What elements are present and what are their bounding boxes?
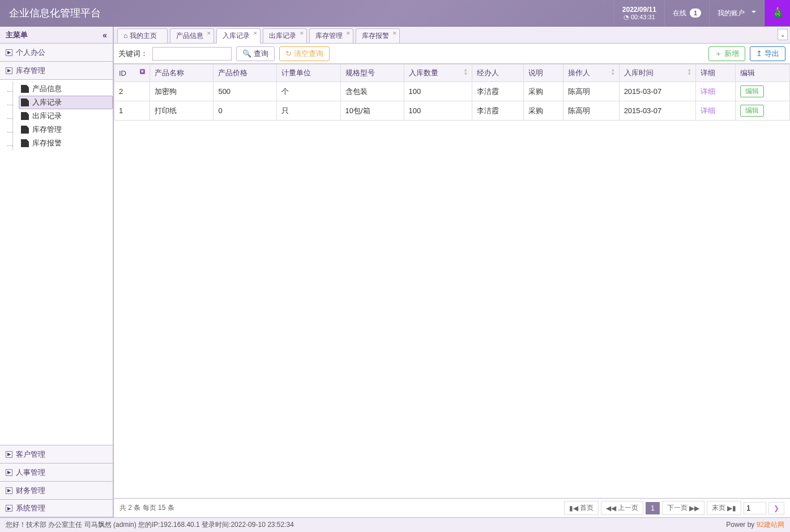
- tabs-overflow-button[interactable]: ⌄: [778, 29, 788, 40]
- caret-icon: ▶: [6, 505, 12, 512]
- col-note: 说明: [523, 65, 563, 82]
- main-area: 我的主页产品信息✕入库记录✕出库记录✕库存管理✕库存报警✕ ⌄ 关键词： 🔍查询…: [113, 27, 790, 517]
- edit-button[interactable]: 编辑: [740, 85, 764, 97]
- caret-icon: ▶: [6, 469, 12, 476]
- sort-icon: ▾: [140, 69, 145, 74]
- export-icon: ↥: [756, 49, 762, 58]
- sidebar-tree: 产品信息入库记录出库记录库存管理库存报警: [0, 80, 113, 445]
- pager-first[interactable]: ▮◀首页: [564, 501, 599, 515]
- caret-icon: ▶: [6, 487, 12, 494]
- caret-icon: ▶: [6, 49, 12, 56]
- file-icon: [21, 112, 29, 120]
- tab[interactable]: 库存报警✕: [356, 28, 400, 43]
- col-id[interactable]: ID▾: [114, 65, 150, 82]
- caret-icon: ▶: [6, 451, 12, 458]
- app-title: 企业信息化管理平台: [0, 6, 614, 20]
- col-unit: 计量单位: [277, 65, 340, 82]
- add-button[interactable]: ＋新增: [708, 46, 745, 61]
- pager-prev[interactable]: ◀◀上一页: [601, 501, 643, 515]
- sidebar-group[interactable]: ▶财务管理: [0, 481, 113, 499]
- toolbar: 关键词： 🔍查询 ↻清空查询 ＋新增 ↥导出: [114, 44, 790, 64]
- data-table: ID▾产品名称产品价格计量单位规格型号入库数量▴▾经办人说明操作人▴▾入库时间▴…: [114, 64, 790, 121]
- close-icon[interactable]: ✕: [253, 31, 258, 36]
- sort-icon: ▴▾: [688, 68, 691, 76]
- keyword-input[interactable]: [152, 47, 232, 61]
- last-icon: ▶▮: [727, 504, 736, 512]
- pager-last[interactable]: 末页▶▮: [707, 501, 741, 515]
- tab[interactable]: 入库记录✕: [216, 28, 261, 44]
- refresh-icon: ↻: [285, 49, 292, 58]
- collapse-icon[interactable]: «: [103, 31, 107, 40]
- online-badge: 1: [690, 8, 701, 18]
- sidebar-item[interactable]: 库存管理: [19, 123, 113, 136]
- detail-link[interactable]: 详细: [701, 106, 715, 115]
- sidebar-item[interactable]: 出库记录: [19, 109, 113, 123]
- footer: 您好！技术部 办公室主任 司马飘然 (admin) 您的IP:192.168.4…: [0, 517, 790, 532]
- close-icon[interactable]: ✕: [300, 31, 304, 36]
- pager-go[interactable]: ❯: [768, 502, 784, 514]
- header-right: 2022/09/11 ◔ 00:43:31 在线 1 我的账户 🎄: [614, 0, 790, 26]
- power-link[interactable]: 92建站网: [757, 521, 784, 529]
- tab[interactable]: 库存管理✕: [309, 28, 353, 43]
- first-icon: ▮◀: [569, 504, 578, 512]
- close-icon[interactable]: ✕: [207, 31, 211, 36]
- pager-goto-input[interactable]: [744, 502, 766, 514]
- file-icon: [21, 85, 29, 93]
- table-row: 2加密狗500个含包装100李洁霞采购陈高明2015-03-07详细编辑: [114, 82, 790, 101]
- tab[interactable]: 产品信息✕: [170, 28, 214, 43]
- keyword-label: 关键词：: [118, 49, 148, 59]
- pager-next[interactable]: 下一页▶▶: [662, 501, 704, 515]
- caret-icon: ▶: [6, 67, 12, 74]
- table-wrap: ID▾产品名称产品价格计量单位规格型号入库数量▴▾经办人说明操作人▴▾入库时间▴…: [114, 64, 790, 498]
- online-cell[interactable]: 在线 1: [664, 0, 709, 26]
- pager-bar: 共 2 条 每页 15 条 ▮◀首页 ◀◀上一页 1 下一页▶▶ 末页▶▮ ❯: [114, 498, 790, 517]
- col-price: 产品价格: [213, 65, 277, 82]
- tab[interactable]: 我的主页: [117, 28, 168, 43]
- sidebar-group[interactable]: ▶客户管理: [0, 445, 113, 463]
- sidebar-group-open[interactable]: ▶ 库存管理: [0, 62, 113, 80]
- pager-current[interactable]: 1: [646, 502, 660, 514]
- col-spec: 规格型号: [340, 65, 404, 82]
- clock-icon: ◔: [624, 14, 629, 20]
- sidebar-group[interactable]: ▶个人办公: [0, 44, 113, 62]
- edit-button[interactable]: 编辑: [740, 105, 764, 117]
- sidebar-item[interactable]: 库存报警: [19, 136, 113, 150]
- plus-icon: ＋: [715, 49, 722, 59]
- file-icon: [21, 98, 29, 106]
- pager-summary: 共 2 条 每页 15 条: [119, 503, 562, 513]
- table-row: 1打印纸0只10包/箱100李洁霞采购陈高明2015-03-07详细编辑: [114, 101, 790, 121]
- theme-button[interactable]: 🎄: [764, 0, 790, 26]
- prev-icon: ◀◀: [606, 504, 616, 512]
- tabs-bar: 我的主页产品信息✕入库记录✕出库记录✕库存管理✕库存报警✕ ⌄: [114, 27, 790, 44]
- detail-link[interactable]: 详细: [701, 87, 715, 96]
- menu-header: 主菜单 «: [0, 27, 113, 44]
- close-icon[interactable]: ✕: [346, 31, 351, 36]
- col-name: 产品名称: [150, 65, 213, 82]
- file-icon: [21, 139, 29, 147]
- footer-right: Power by 92建站网: [726, 520, 784, 530]
- sidebar-group[interactable]: ▶系统管理: [0, 499, 113, 517]
- clear-button[interactable]: ↻清空查询: [279, 46, 330, 61]
- col-time[interactable]: 入库时间▴▾: [619, 65, 696, 82]
- sidebar-group[interactable]: ▶人事管理: [0, 463, 113, 481]
- col-edit: 编辑: [736, 65, 790, 82]
- sidebar: 主菜单 « ▶个人办公 ▶ 库存管理 产品信息入库记录出库记录库存管理库存报警 …: [0, 27, 113, 517]
- search-button[interactable]: 🔍查询: [236, 46, 275, 61]
- col-operator[interactable]: 操作人▴▾: [563, 65, 619, 82]
- col-qty[interactable]: 入库数量▴▾: [404, 65, 472, 82]
- datetime-cell: 2022/09/11 ◔ 00:43:31: [614, 0, 664, 26]
- col-handler: 经办人: [472, 65, 523, 82]
- tab[interactable]: 出库记录✕: [263, 28, 307, 43]
- sidebar-item[interactable]: 入库记录: [19, 96, 113, 109]
- footer-greeting: 您好！技术部 办公室主任 司马飘然 (admin) 您的IP:192.168.4…: [6, 520, 294, 530]
- sort-icon: ▴▾: [612, 68, 614, 76]
- sidebar-item[interactable]: 产品信息: [19, 82, 113, 96]
- go-icon: ❯: [774, 504, 779, 512]
- export-button[interactable]: ↥导出: [750, 46, 785, 61]
- close-icon[interactable]: ✕: [392, 31, 397, 36]
- col-detail: 详细: [696, 65, 736, 82]
- sort-icon: ▴▾: [464, 68, 467, 76]
- tree-icon: 🎄: [771, 7, 784, 19]
- file-icon: [21, 126, 29, 134]
- account-dropdown[interactable]: 我的账户: [709, 0, 764, 26]
